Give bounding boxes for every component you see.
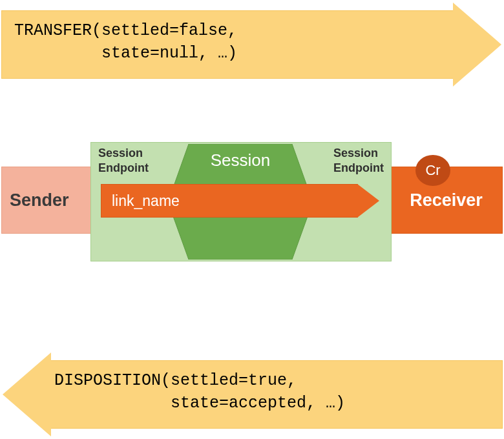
session-endpoint-left: Session Endpoint (98, 146, 169, 175)
transfer-line2: state=null, …) (14, 44, 237, 63)
disposition-line2: state=accepted, …) (54, 394, 345, 413)
credit-badge-label: Cr (425, 162, 440, 179)
disposition-arrow: DISPOSITION(settled=true, state=accepted… (1, 352, 503, 436)
disposition-text: DISPOSITION(settled=true, state=accepted… (54, 369, 345, 414)
disposition-line1: DISPOSITION(settled=true, (54, 371, 297, 390)
credit-badge: Cr (415, 155, 450, 186)
sender-label: Sender (10, 190, 69, 210)
arrow-right-icon (453, 3, 501, 87)
transfer-line1: TRANSFER(settled=false, (14, 21, 237, 40)
session-title: Session (168, 150, 313, 170)
endpoint-left-line2: Endpoint (98, 161, 169, 176)
arrow-right-icon (357, 184, 379, 218)
receiver-label: Receiver (410, 190, 483, 210)
endpoint-right-line2: Endpoint (333, 161, 404, 176)
link-name: link_name (112, 192, 180, 210)
endpoint-right-line1: Session (333, 146, 404, 161)
endpoint-left-line1: Session (98, 146, 169, 161)
transfer-text: TRANSFER(settled=false, state=null, …) (14, 19, 237, 65)
link-arrow-body: link_name (101, 184, 358, 218)
arrow-left-icon (3, 352, 51, 436)
session-endpoint-right: Session Endpoint (333, 146, 404, 175)
session-diagram: Sender Receiver Session Session Endpoint… (0, 142, 504, 261)
transfer-arrow: TRANSFER(settled=false, state=null, …) (1, 3, 503, 87)
link-arrow: link_name (101, 184, 380, 218)
